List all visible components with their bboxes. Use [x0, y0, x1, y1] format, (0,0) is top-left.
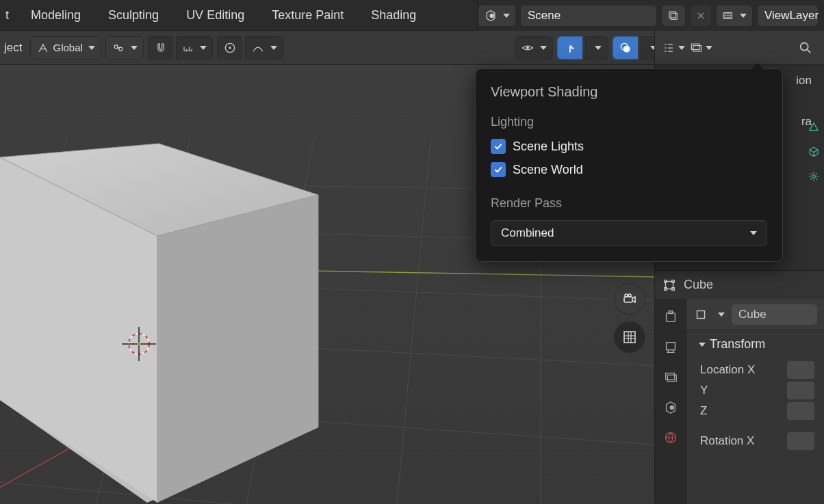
svg-line-56	[816, 178, 817, 180]
scene-lights-label: Scene Lights	[513, 140, 584, 154]
rotation-x-label: Rotation X	[700, 434, 754, 448]
scene-name-field[interactable]: Scene	[520, 5, 657, 27]
properties-header: Cube	[655, 270, 824, 299]
tab-viewlayer[interactable]	[660, 367, 681, 388]
tab-shading[interactable]: Shading	[357, 0, 430, 31]
object-breadcrumb-caret[interactable]	[718, 313, 725, 317]
scene-world-label: Scene World	[513, 163, 583, 177]
tab-uv-editing[interactable]: UV Editing	[172, 0, 258, 31]
toolbar-project-label: ject	[4, 41, 26, 55]
eye-icon	[521, 41, 535, 55]
svg-rect-46	[624, 297, 632, 302]
scene-world-checkbox[interactable]	[491, 162, 506, 177]
falloff-icon	[251, 41, 265, 55]
properties-object-name: Cube	[684, 278, 713, 292]
location-z-field[interactable]	[787, 402, 814, 420]
overlay-toggle[interactable]	[613, 36, 638, 59]
tab-truncated[interactable]: t	[0, 0, 17, 31]
snap-type-dropdown[interactable]	[176, 36, 213, 59]
transform-panel-header[interactable]: Transform	[696, 337, 814, 352]
gizmo-icon	[563, 41, 577, 55]
svg-rect-2	[669, 12, 675, 18]
camera-icon	[621, 291, 638, 307]
svg-point-45	[138, 343, 140, 345]
outliner-item-truncated: ion	[796, 74, 812, 88]
location-y-label: Y	[700, 384, 708, 397]
viewlayer-browse-button[interactable]	[716, 5, 753, 27]
svg-point-4	[114, 44, 118, 48]
display-mode-dropdown[interactable]	[689, 36, 712, 59]
svg-rect-49	[624, 332, 635, 343]
properties-tabs	[655, 270, 686, 504]
scene-lights-row: Scene Lights	[491, 139, 767, 154]
tab-texture-paint[interactable]: Texture Paint	[258, 0, 357, 31]
tab-modeling[interactable]: Modeling	[17, 0, 94, 31]
tab-scene[interactable]	[660, 397, 681, 418]
transform-title: Transform	[710, 337, 765, 352]
editor-type-dropdown[interactable]	[662, 36, 685, 59]
search-button[interactable]	[794, 36, 817, 59]
svg-point-47	[625, 294, 628, 297]
pivot-dropdown[interactable]	[105, 36, 144, 59]
orientation-dropdown[interactable]: Global	[30, 36, 101, 59]
svg-rect-61	[666, 343, 675, 350]
svg-rect-20	[693, 45, 701, 51]
render-pass-select[interactable]: Combined	[491, 220, 767, 246]
scene-copy-button[interactable]	[661, 5, 686, 27]
visibility-dropdown[interactable]	[515, 36, 553, 59]
viewport-shading-popover: Viewport Shading Lighting Scene Lights S…	[475, 68, 783, 262]
layers-icon	[722, 10, 734, 22]
orientation-label: Global	[53, 42, 82, 53]
outliner-toolbar	[654, 31, 824, 65]
proportional-icon	[223, 41, 237, 55]
check-icon	[493, 141, 504, 152]
rotation-x-field[interactable]	[787, 432, 814, 450]
svg-rect-63	[667, 375, 676, 381]
viewlayer-name-field[interactable]: ViewLayer	[757, 5, 819, 27]
scene-lights-checkbox[interactable]	[491, 139, 506, 154]
axis-icon	[36, 41, 50, 55]
location-z-label: Z	[700, 404, 707, 418]
perspective-toggle-button[interactable]	[615, 322, 645, 352]
camera-view-button[interactable]	[615, 284, 645, 314]
scene-browse-button[interactable]	[478, 5, 516, 27]
scene-icon	[484, 9, 498, 23]
proportional-toggle[interactable]	[217, 36, 242, 59]
svg-rect-59	[666, 313, 675, 322]
svg-rect-60	[669, 311, 673, 314]
svg-point-64	[669, 406, 673, 410]
snap-group	[148, 36, 213, 59]
gizmo-toggle[interactable]	[557, 36, 582, 59]
pivot-icon	[112, 41, 125, 55]
tab-output[interactable]	[660, 337, 681, 358]
object-data-icon[interactable]	[693, 307, 708, 322]
svg-point-5	[119, 47, 123, 51]
svg-point-6	[118, 47, 120, 49]
increment-icon	[182, 42, 194, 54]
render-pass-label: Render Pass	[491, 196, 767, 211]
light-data-icon	[808, 170, 820, 183]
svg-point-21	[801, 42, 808, 50]
location-x-field[interactable]	[787, 361, 814, 379]
svg-point-8	[229, 47, 231, 49]
svg-rect-67	[697, 310, 705, 318]
svg-line-58	[811, 178, 812, 180]
tab-world[interactable]	[660, 427, 681, 448]
scene-delete-button[interactable]	[690, 5, 712, 27]
tab-sculpting[interactable]: Sculpting	[94, 0, 172, 31]
falloff-dropdown[interactable]	[245, 36, 283, 59]
snap-toggle[interactable]	[148, 36, 173, 59]
svg-point-50	[812, 175, 816, 178]
tab-render[interactable]	[660, 307, 681, 328]
proportional-group	[217, 36, 283, 59]
scene-header: Scene ViewLayer	[477, 0, 824, 31]
location-y-field[interactable]	[787, 382, 814, 399]
overlay-icon	[619, 41, 632, 55]
object-name-field[interactable]: Cube	[732, 304, 817, 325]
gizmo-dropdown[interactable]	[585, 36, 608, 59]
mesh-data-icon	[808, 146, 820, 158]
render-pass-value: Combined	[501, 226, 554, 240]
svg-point-48	[628, 294, 631, 297]
search-icon	[798, 40, 813, 55]
object-pin-icon[interactable]	[662, 278, 677, 293]
